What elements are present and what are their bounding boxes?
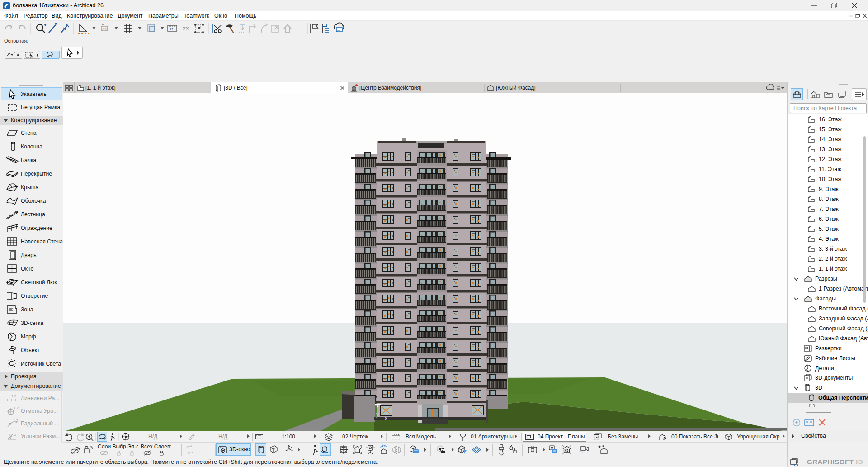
svg-text:x: x — [385, 406, 387, 412]
svg-text:x: x — [385, 415, 387, 421]
svg-text:z: z — [375, 395, 377, 400]
svg-text:1.2: 1.2 — [14, 406, 19, 410]
svg-text:XY:: XY: — [102, 27, 107, 30]
svg-text:12: 12 — [170, 27, 173, 31]
svg-text:1.2: 1.2 — [11, 394, 17, 398]
svg-text:α: α — [14, 432, 16, 437]
svg-text:y: y — [376, 411, 379, 418]
svg-text:1.2: 1.2 — [13, 419, 19, 423]
